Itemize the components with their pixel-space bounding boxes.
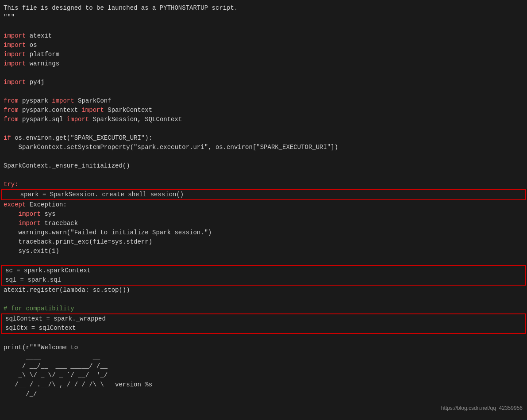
blank-2 bbox=[0, 69, 527, 78]
highlight-box-1: spark = SparkSession._create_shell_sessi… bbox=[1, 189, 526, 200]
code-line-9: import py4j bbox=[0, 78, 527, 87]
code-line-22: except Exception: bbox=[0, 200, 527, 210]
code-line-16: SparkContext.setSystemProperty("spark.ex… bbox=[0, 143, 527, 152]
code-line-40: _\ \/ _ \/ _ `/ __/ '_/ bbox=[0, 371, 527, 380]
code-line-41: /__ / .__/\_,_/_/ /_/\_\ version %s bbox=[0, 380, 527, 389]
code-line-35: sqlCtx = sqlContext bbox=[2, 324, 525, 333]
code-line-42: /_/ bbox=[0, 389, 527, 399]
code-line-24: import traceback bbox=[0, 219, 527, 228]
blank-4 bbox=[0, 124, 527, 134]
code-line-25: warnings.warn("Failed to initialize Spar… bbox=[0, 228, 527, 237]
code-line-2: """ bbox=[0, 13, 527, 22]
code-line-15: if os.environ.get("SPARK_EXECUTOR_URI"): bbox=[0, 134, 527, 143]
code-line-4: import atexit bbox=[0, 31, 527, 41]
code-line-18: SparkContext._ensure_initialized() bbox=[0, 161, 527, 171]
code-line-31: atexit.register(lambda: sc.stop()) bbox=[0, 286, 527, 295]
code-line-37: print(r"""Welcome to bbox=[0, 343, 527, 352]
code-line-38: ____ __ bbox=[0, 352, 527, 362]
code-line-21: spark = SparkSession._create_shell_sessi… bbox=[2, 190, 525, 199]
code-line-33: # for compatibility bbox=[0, 304, 527, 313]
code-line-7: import warnings bbox=[0, 59, 527, 69]
blank-5 bbox=[0, 152, 527, 161]
blank-1 bbox=[0, 22, 527, 31]
code-line-13: from pyspark.sql import SparkSession, SQ… bbox=[0, 115, 527, 124]
blank-9 bbox=[0, 334, 527, 343]
blank-8 bbox=[0, 295, 527, 304]
code-line-5: import os bbox=[0, 41, 527, 50]
code-editor: This file is designed to be launched as … bbox=[0, 0, 527, 402]
code-line-11: from pyspark import SparkConf bbox=[0, 96, 527, 106]
code-line-39: / __/__ ___ _____/ /__ bbox=[0, 362, 527, 371]
code-line-1: This file is designed to be launched as … bbox=[0, 4, 527, 13]
blank-6 bbox=[0, 171, 527, 180]
code-line-12: from pyspark.context import SparkContext bbox=[0, 106, 527, 115]
code-line-6: import platform bbox=[0, 50, 527, 59]
code-line-26: traceback.print_exc(file=sys.stderr) bbox=[0, 237, 527, 247]
code-line-29: sc = spark.sparkContext bbox=[2, 266, 525, 275]
blank-3 bbox=[0, 87, 527, 96]
highlight-box-2: sc = spark.sparkContext sql = spark.sql bbox=[1, 265, 526, 286]
code-line-23: import sys bbox=[0, 210, 527, 219]
code-line-27: sys.exit(1) bbox=[0, 247, 527, 256]
blank-7 bbox=[0, 256, 527, 265]
code-line-30: sql = spark.sql bbox=[2, 275, 525, 285]
code-line-20: try: bbox=[0, 180, 527, 189]
code-line-34: sqlContext = spark._wrapped bbox=[2, 314, 525, 324]
watermark: https://blog.csdn.net/qq_42359956 bbox=[441, 404, 523, 412]
highlight-box-3: sqlContext = spark._wrapped sqlCtx = sql… bbox=[1, 313, 526, 334]
